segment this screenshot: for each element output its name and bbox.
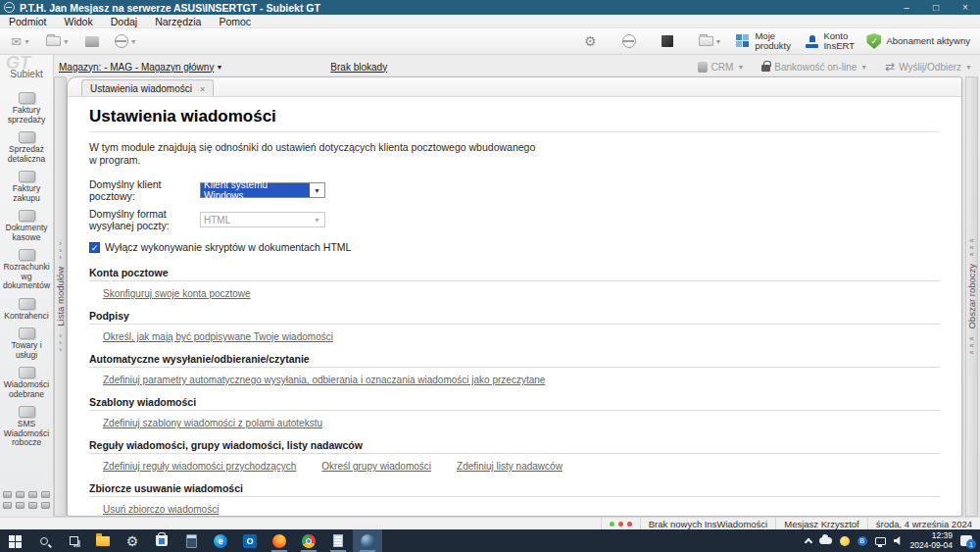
bankowosc-button[interactable]: Bankowość on-line ▼ — [761, 62, 867, 73]
menu-dodaj[interactable]: Dodaj — [102, 16, 146, 27]
tray-expand-icon[interactable] — [804, 538, 811, 546]
tab-bar: Ustawienia wiadomości × — [68, 77, 961, 97]
firefox-button[interactable] — [265, 529, 294, 552]
task-view-icon — [70, 536, 78, 545]
moje-produkty-button[interactable]: Moje produkty — [736, 31, 796, 51]
outlook-button[interactable]: O — [235, 529, 265, 552]
status-inswiadomosci[interactable]: Brak nowych InsWiadomości — [640, 518, 775, 529]
link-konfiguruj-konta[interactable]: Skonfiguruj swoje konta pocztowe — [103, 288, 251, 299]
print-button[interactable] — [80, 34, 104, 49]
sidebar-item-faktury-sprzedazy[interactable]: Faktury sprzedaży — [0, 92, 54, 125]
module-icon — [19, 249, 35, 261]
crm-icon — [698, 62, 708, 73]
task-view-button[interactable] — [59, 529, 88, 552]
caret-down-icon: ▼ — [24, 38, 30, 45]
cloud-folder-button[interactable]: ▼ — [694, 34, 727, 48]
notification-badge: 1 — [966, 539, 976, 549]
printer-icon — [85, 36, 99, 47]
chrome-button[interactable] — [294, 529, 323, 552]
menu-podmiot[interactable]: Podmiot — [0, 16, 56, 27]
sidebar-item-kontrahenci[interactable]: Kontrahenci — [0, 298, 54, 322]
windows-logo-icon — [9, 535, 15, 541]
sidebar-item-wiadomosci-odebrane[interactable]: Wiadomości odebrane — [0, 367, 54, 399]
link-reguly-przychodzacych[interactable]: Zdefiniuj reguły wiadomości przychodzący… — [103, 461, 296, 472]
module-icon — [19, 327, 35, 339]
skrypty-checkbox-label: Wyłącz wykonywanie skryptów w dokumentac… — [105, 241, 351, 253]
menu-narzedzia[interactable]: Narzędzia — [146, 16, 210, 27]
notepad-button[interactable] — [323, 529, 353, 552]
sidebar-item-rozrachunki[interactable]: Rozrachunki wg dokumentów — [0, 249, 54, 291]
store-icon — [156, 535, 168, 546]
section-automatyczne: Automatyczne wysyłanie/odbieranie/czytan… — [89, 353, 940, 385]
konto-insert-button[interactable]: Konto InsERT — [806, 31, 857, 51]
chevron-right-icon: ››› — [59, 332, 62, 353]
lista-modulow-strip[interactable]: ››› Lista modułów ››› — [54, 76, 67, 517]
link-podpisy[interactable]: Określ, jak mają być podpisywane Twoje w… — [103, 331, 333, 342]
sidebar-quick-icons[interactable] — [3, 491, 52, 511]
status-user[interactable]: Mesjasz Krzysztof — [775, 518, 867, 529]
settings-button[interactable]: ⚙ — [118, 529, 147, 552]
chevron-left-icon: ««« — [969, 335, 973, 356]
workspace: Magazyn: - MAG - Magazyn główny ▼ Brak b… — [0, 55, 980, 517]
klient-pocztowy-select[interactable]: Klient systemu Windows ▼ — [200, 182, 325, 198]
status-dot-green — [610, 522, 614, 527]
combo-arrow-icon[interactable]: ▼ — [310, 187, 324, 194]
volume-icon[interactable] — [894, 536, 903, 545]
minimize-button[interactable]: – — [892, 0, 921, 15]
brak-blokady-link[interactable]: Brak blokady — [330, 62, 387, 73]
desktop: P.T.H. Jan Mesjasz na serwerze ASUS\INSE… — [0, 0, 980, 552]
store-button[interactable] — [147, 529, 176, 552]
obszar-roboczy-strip[interactable]: ««« Obszar roboczy ««« — [965, 76, 978, 517]
tab-close-icon[interactable]: × — [200, 84, 205, 94]
gear-icon: ⚙ — [126, 533, 139, 549]
file-explorer-button[interactable] — [88, 529, 118, 552]
skrypty-checkbox[interactable]: ✓ — [89, 242, 100, 253]
refresh-button[interactable]: ⚙ — [579, 31, 602, 51]
network-icon[interactable] — [875, 537, 886, 545]
link-grupy-wiadomosci[interactable]: Określ grupy wiadomości — [321, 461, 431, 472]
insert-gt-button[interactable] — [353, 529, 382, 552]
field-label-klient: Domyślny klient pocztowy: — [89, 178, 200, 202]
sidebar-item-sms-robocze[interactable]: SMS Wiadomości robocze — [0, 406, 54, 448]
sidebar-item-dokumenty-kasowe[interactable]: Dokumenty kasowe — [0, 210, 54, 242]
onedrive-icon[interactable] — [819, 537, 832, 544]
chrome-icon — [302, 534, 316, 548]
link-listy-nadawcow[interactable]: Zdefiniuj listy nadawców — [457, 461, 563, 472]
abonament-button[interactable]: ✓ Abonament aktywny — [866, 33, 970, 49]
crm-button[interactable]: CRM ▼ — [698, 62, 745, 73]
caret-down-icon[interactable]: ▼ — [216, 64, 222, 71]
tray-app-icon[interactable] — [840, 536, 850, 546]
link-szablony[interactable]: Zdefiniuj szablony wiadomości z polami a… — [103, 418, 322, 428]
field-label-format: Domyślny format wysyłanej poczty: — [89, 208, 200, 231]
help-button[interactable]: ▼ — [110, 32, 142, 50]
caret-down-icon: ▼ — [860, 64, 867, 71]
notification-center-icon[interactable]: 1 — [960, 535, 972, 546]
chevron-right-icon: ››› — [59, 240, 62, 261]
edge-button[interactable]: e — [206, 529, 235, 552]
online-button[interactable] — [617, 32, 641, 50]
open-button[interactable]: ▼ — [41, 34, 74, 48]
start-button[interactable] — [0, 529, 29, 552]
notepad-icon — [333, 534, 343, 547]
taskbar-search-button[interactable] — [29, 529, 59, 552]
taskbar-clock[interactable]: 12:39 2024-09-04 — [910, 531, 953, 550]
close-button[interactable]: × — [951, 0, 980, 15]
archive-button[interactable] — [657, 33, 678, 49]
calculator-button[interactable] — [176, 529, 206, 552]
sidebar-item-towary-uslugi[interactable]: Towary i usługi — [0, 327, 54, 360]
menu-pomoc[interactable]: Pomoc — [210, 16, 260, 27]
shield-check-icon: ✓ — [866, 33, 881, 49]
link-usun-zbiorczo[interactable]: Usuń zbiorczo wiadomości — [103, 504, 219, 515]
restore-button[interactable]: □ — [921, 0, 951, 15]
link-parametry-automatyczne[interactable]: Zdefiniuj parametry automatycznego wysył… — [103, 375, 545, 385]
tab-ustawienia-wiadomosci[interactable]: Ustawienia wiadomości × — [81, 79, 214, 96]
section-reguly: Reguły wiadomości, grupy wiadomości, lis… — [89, 439, 940, 472]
tray-app-icon[interactable]: B — [858, 536, 867, 546]
menu-widok[interactable]: Widok — [56, 16, 102, 27]
wyslij-odbierz-button[interactable]: ⇄ Wyślij/Odbierz ▼ — [885, 60, 972, 74]
sidebar-item-sprzedaz-detaliczna[interactable]: Sprzedaż detaliczna — [0, 131, 54, 164]
magazyn-selector[interactable]: Magazyn: - MAG - Magazyn główny — [59, 62, 214, 73]
sidebar-item-faktury-zakupu[interactable]: Faktury zakupu — [0, 171, 54, 203]
module-icon — [19, 131, 35, 143]
new-message-button[interactable]: ✉ ▼ — [6, 32, 35, 51]
